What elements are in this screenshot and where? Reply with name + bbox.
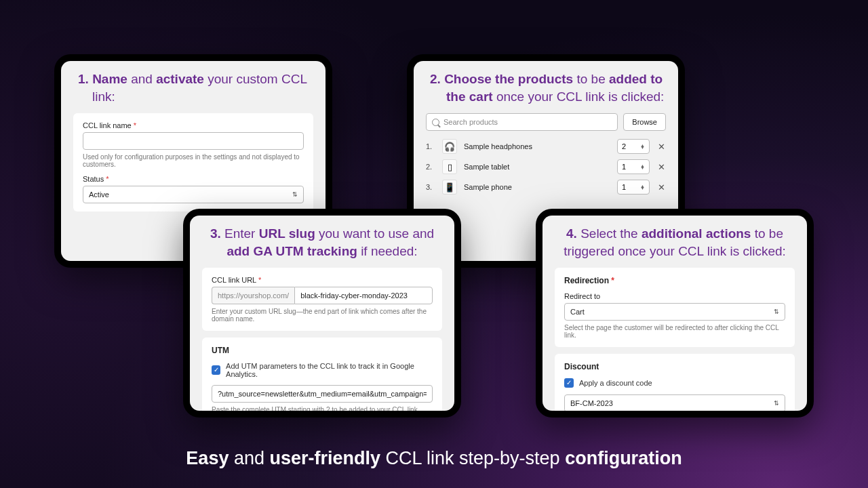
url-label: CCL link URL * <box>212 276 433 284</box>
ccl-name-label: CCL link name * <box>83 121 304 129</box>
remove-button[interactable]: ✕ <box>656 162 666 172</box>
discount-check-label: Apply a discount code <box>579 379 652 387</box>
chevron-down-icon: ▼ <box>640 187 645 190</box>
url-help: Enter your custom URL slug—the end part … <box>212 308 433 323</box>
status-label: Status * <box>83 175 304 183</box>
product-row: 3.📱Sample phone1▲▼✕ <box>426 177 666 197</box>
discount-checkbox[interactable]: ✓ <box>564 378 574 388</box>
step3-title: 3. Enter URL slug you want to use and ad… <box>202 225 442 260</box>
remove-button[interactable]: ✕ <box>656 142 666 152</box>
tablet-step4: 4. Select the additional actions to be t… <box>536 209 814 418</box>
utm-checkbox[interactable]: ✓ <box>212 365 220 375</box>
step4-title: 4. Select the additional actions to be t… <box>555 225 795 260</box>
chevron-updown-icon: ⇅ <box>774 400 779 407</box>
product-name: Sample headphones <box>464 142 610 150</box>
product-name: Sample tablet <box>464 163 610 171</box>
chevron-updown-icon: ⇅ <box>292 191 298 198</box>
chevron-down-icon: ▼ <box>640 146 645 149</box>
discount-select[interactable]: BF-CM-2023 ⇅ <box>564 394 785 411</box>
ccl-name-input[interactable] <box>83 132 304 150</box>
footer-tagline: Easy and user-friendly CCL link step-by-… <box>0 448 868 469</box>
search-icon <box>432 119 439 126</box>
product-number: 3. <box>426 183 435 191</box>
step1-title: 1. Name and activate your custom CCL lin… <box>73 70 313 105</box>
chevron-updown-icon: ⇅ <box>774 308 779 315</box>
product-number: 1. <box>426 142 435 150</box>
utm-heading: UTM <box>212 346 433 355</box>
tablet-step3: 3. Enter URL slug you want to use and ad… <box>183 209 461 418</box>
step2-title: 2. Choose the products to be added to th… <box>426 70 666 105</box>
quantity-stepper[interactable]: 2▲▼ <box>617 139 650 154</box>
redirect-help: Select the page the customer will be red… <box>564 324 785 339</box>
redirection-heading: Redirection * <box>564 276 785 285</box>
status-select[interactable]: Active ⇅ <box>83 186 304 203</box>
product-row: 2.▯Sample tablet1▲▼✕ <box>426 157 666 177</box>
utm-check-label: Add UTM parameters to the CCL link to tr… <box>226 362 433 378</box>
browse-button[interactable]: Browse <box>623 113 666 131</box>
discount-heading: Discount <box>564 362 785 371</box>
url-prefix: https://yourshop.com/ <box>212 287 294 304</box>
quantity-stepper[interactable]: 1▲▼ <box>617 159 650 174</box>
ccl-name-help: Used only for configuration purposes in … <box>83 153 304 168</box>
chevron-down-icon: ▼ <box>640 167 645 169</box>
redirect-label: Redirect to <box>564 292 785 300</box>
utm-help: Paste the complete UTM starting with ? t… <box>212 406 433 411</box>
product-thumbnail: 🎧 <box>442 139 457 154</box>
url-slug-input[interactable] <box>294 287 433 304</box>
quantity-stepper[interactable]: 1▲▼ <box>617 180 650 195</box>
product-search-input[interactable]: Search products <box>426 113 618 131</box>
product-row: 1.🎧Sample headphones2▲▼✕ <box>426 136 666 157</box>
redirect-select[interactable]: Cart ⇅ <box>564 303 785 321</box>
product-thumbnail: 📱 <box>442 180 457 195</box>
remove-button[interactable]: ✕ <box>656 182 666 192</box>
product-thumbnail: ▯ <box>442 159 457 174</box>
product-name: Sample phone <box>464 183 610 191</box>
product-number: 2. <box>426 163 435 171</box>
utm-input[interactable] <box>212 385 433 403</box>
